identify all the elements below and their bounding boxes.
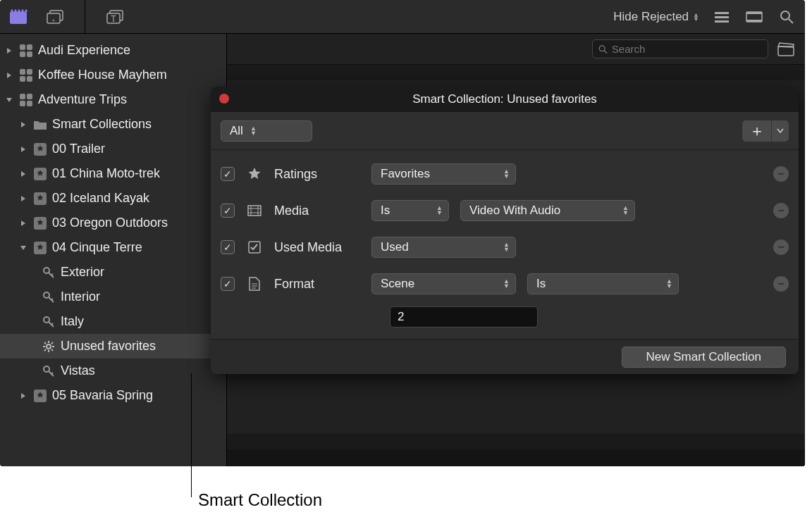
library-row[interactable]: Audi Experience — [0, 38, 226, 63]
event-icon — [32, 240, 48, 256]
sidebar-item-event[interactable]: 04 Cinque Terre — [0, 235, 226, 260]
sidebar-item-event[interactable]: 01 China Moto-trek — [0, 161, 226, 186]
sidebar-item-event[interactable]: 03 Oregon Outdoors — [0, 211, 226, 235]
smart-collection-row[interactable]: Unused favorites — [0, 334, 226, 359]
sidebar-item-event[interactable]: 05 Bavaria Spring — [0, 383, 226, 408]
new-smart-collection-button[interactable]: New Smart Collection — [622, 347, 786, 368]
clip-list-icon[interactable] — [712, 7, 732, 27]
updown-icon: ▲▼ — [436, 206, 443, 216]
remove-rule-button[interactable]: − — [773, 276, 789, 292]
disclosure-right-icon[interactable] — [18, 169, 28, 179]
checkbox-icon — [246, 239, 263, 256]
add-rule-button[interactable]: ＋ — [742, 120, 772, 142]
sidebar-item-label: 05 Bavaria Spring — [52, 388, 226, 403]
sidebar-item-label: 04 Cinque Terre — [52, 240, 226, 255]
disclosure-down-icon[interactable] — [18, 243, 28, 253]
film-icon — [246, 202, 263, 219]
library-icon — [18, 92, 34, 108]
callout-label: Smart Collection — [198, 490, 322, 510]
rule-value-popup[interactable]: Video With Audio ▲▼ — [460, 200, 635, 221]
sidebar-item-label: Smart Collections — [52, 117, 226, 132]
library-label: Adventure Trips — [38, 92, 226, 107]
svg-rect-8 — [715, 20, 729, 23]
sidebar-item-label: 01 China Moto-trek — [52, 166, 226, 181]
svg-line-47 — [44, 349, 46, 351]
svg-rect-15 — [27, 44, 32, 50]
remove-rule-button[interactable]: − — [773, 239, 789, 255]
format-value-input[interactable]: 2 — [390, 306, 538, 328]
keyword-row[interactable]: Interior — [0, 285, 226, 309]
sidebar-item-smart-collections[interactable]: Smart Collections — [0, 112, 226, 137]
updown-icon: ▲▼ — [622, 206, 629, 216]
sidebar-item-event[interactable]: 00 Trailer — [0, 137, 226, 161]
disclosure-right-icon[interactable] — [18, 194, 28, 204]
svg-rect-19 — [27, 69, 32, 75]
rule-checkbox[interactable]: ✓ — [221, 277, 235, 291]
rule-value-popup[interactable]: Scene ▲▼ — [371, 273, 516, 294]
sidebar-item-label: 03 Oregon Outdoors — [52, 216, 226, 230]
dialog-title: Smart Collection: Unused favorites — [412, 92, 597, 106]
sidebar-item-event[interactable]: 02 Iceland Kayak — [0, 186, 226, 211]
disclosure-right-icon[interactable] — [18, 218, 28, 228]
rule-row: ✓ Ratings Favorites ▲▼ − — [221, 156, 789, 192]
hide-rejected-popup[interactable]: Hide Rejected ▲▼ — [613, 10, 699, 24]
rule-checkbox[interactable]: ✓ — [221, 204, 235, 218]
svg-point-34 — [44, 292, 49, 298]
filmstrip-icon[interactable] — [744, 7, 764, 27]
clip-appearance-icon[interactable] — [775, 40, 796, 58]
search-field[interactable] — [592, 39, 768, 58]
photos-tab-icon[interactable] — [45, 7, 65, 27]
disclosure-right-icon[interactable] — [4, 70, 14, 80]
disclosure-down-icon[interactable] — [4, 95, 14, 105]
svg-point-53 — [599, 45, 605, 51]
search-input[interactable] — [612, 43, 762, 55]
rule-value-popup[interactable]: Favorites ▲▼ — [371, 163, 516, 185]
keyword-label: Vistas — [61, 363, 226, 378]
search-icon — [598, 44, 608, 54]
svg-line-33 — [51, 274, 53, 275]
updown-icon: ▲▼ — [503, 242, 510, 252]
svg-point-37 — [44, 317, 49, 323]
smart-collection-dialog: Smart Collection: Unused favorites All ▲… — [211, 87, 799, 374]
keyword-label: Exterior — [61, 265, 226, 280]
svg-rect-56 — [248, 206, 261, 216]
svg-rect-21 — [27, 76, 32, 82]
keyword-row[interactable]: Vistas — [0, 359, 226, 383]
svg-text:T: T — [111, 14, 116, 24]
search-icon[interactable] — [777, 7, 796, 27]
library-tab-icon[interactable] — [8, 7, 28, 27]
rule-row: ✓ Media Is ▲▼ Video With Audio ▲▼ − — [221, 192, 789, 229]
keyword-row[interactable]: Italy — [0, 309, 226, 334]
titles-tab-icon[interactable]: T — [105, 7, 125, 27]
updown-icon: ▲▼ — [666, 279, 672, 289]
star-icon — [246, 166, 263, 182]
disclosure-right-icon[interactable] — [4, 46, 14, 56]
callout-line — [191, 373, 192, 497]
disclosure-right-icon[interactable] — [18, 144, 28, 154]
folder-icon — [32, 117, 48, 132]
close-button[interactable] — [219, 94, 229, 104]
svg-rect-11 — [746, 20, 762, 22]
rule-value-popup[interactable]: Is ▲▼ — [371, 200, 449, 221]
svg-rect-24 — [20, 101, 25, 106]
keyword-row[interactable]: Exterior — [0, 260, 226, 285]
rule-checkbox[interactable]: ✓ — [221, 240, 235, 254]
rule-name: Format — [274, 277, 360, 292]
gear-icon — [41, 339, 56, 354]
svg-line-51 — [51, 373, 53, 374]
rule-value-popup[interactable]: Is ▲▼ — [527, 273, 679, 294]
rule-value-popup[interactable]: Used ▲▼ — [371, 237, 516, 258]
rule-checkbox[interactable]: ✓ — [221, 167, 235, 181]
add-rule-dropdown[interactable] — [772, 120, 789, 142]
svg-point-49 — [44, 366, 49, 372]
remove-rule-button[interactable]: − — [773, 166, 789, 182]
library-row[interactable]: Koffee House Mayhem — [0, 63, 226, 87]
remove-rule-button[interactable]: − — [773, 203, 789, 218]
svg-line-54 — [604, 50, 607, 53]
library-row[interactable]: Adventure Trips — [0, 87, 226, 112]
svg-line-39 — [51, 323, 53, 325]
disclosure-right-icon[interactable] — [18, 391, 28, 401]
key-icon — [41, 289, 56, 305]
match-popup[interactable]: All ▲▼ — [221, 120, 312, 142]
disclosure-right-icon[interactable] — [18, 120, 28, 130]
